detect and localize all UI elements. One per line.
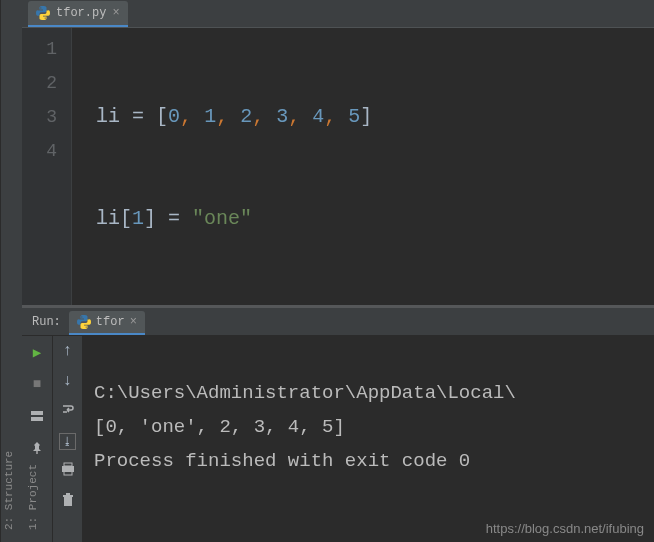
run-tab-name: tfor [96, 315, 125, 329]
run-body: ▶ ■ ↑ ↓ ⭳ C:\Users\Administrator\AppData… [22, 336, 654, 542]
code-line: li[1] = "one" [96, 202, 654, 236]
run-tool-column-2: ↑ ↓ ⭳ [52, 336, 82, 542]
svg-rect-7 [63, 495, 73, 497]
editor-tab-filename: tfor.py [56, 6, 106, 20]
left-tool-strip: 2: Structure 1: Project [0, 0, 22, 542]
run-panel: Run: tfor × ▶ ■ ↑ ↓ ⭳ [22, 308, 654, 542]
soft-wrap-icon[interactable] [61, 402, 75, 421]
close-icon[interactable]: × [130, 315, 137, 329]
close-icon[interactable]: × [112, 6, 119, 20]
tool-window-project[interactable]: 1: Project [25, 0, 41, 536]
run-header: Run: tfor × [22, 308, 654, 336]
editor-tab-bar: tfor.py × [22, 0, 654, 28]
code-pane[interactable]: li = [0, 1, 2, 3, 4, 5] li[1] = "one" pr… [72, 28, 654, 305]
print-icon[interactable] [61, 462, 75, 481]
up-arrow-icon[interactable]: ↑ [63, 342, 73, 360]
tool-window-structure[interactable]: 2: Structure [1, 0, 17, 536]
python-file-icon [77, 315, 91, 329]
main-area: tfor.py × 1 2 3 4 li = [0, 1, 2, 3, 4, 5… [22, 0, 654, 542]
code-editor[interactable]: 1 2 3 4 li = [0, 1, 2, 3, 4, 5] li[1] = … [22, 28, 654, 305]
console-line: C:\Users\Administrator\AppData\Local\ [94, 376, 642, 410]
console-output[interactable]: C:\Users\Administrator\AppData\Local\[0,… [82, 336, 654, 542]
code-line: li = [0, 1, 2, 3, 4, 5] [96, 100, 654, 134]
down-arrow-icon[interactable]: ↓ [63, 372, 73, 390]
scroll-to-end-icon[interactable]: ⭳ [59, 433, 76, 450]
svg-rect-6 [64, 497, 72, 506]
editor-tab[interactable]: tfor.py × [28, 1, 128, 27]
console-line: Process finished with exit code 0 [94, 444, 642, 478]
run-tab[interactable]: tfor × [69, 311, 145, 335]
svg-rect-8 [66, 493, 70, 495]
trash-icon[interactable] [61, 493, 75, 512]
svg-rect-3 [64, 463, 72, 466]
watermark: https://blog.csdn.net/ifubing [486, 521, 644, 536]
console-line: [0, 'one', 2, 3, 4, 5] [94, 410, 642, 444]
